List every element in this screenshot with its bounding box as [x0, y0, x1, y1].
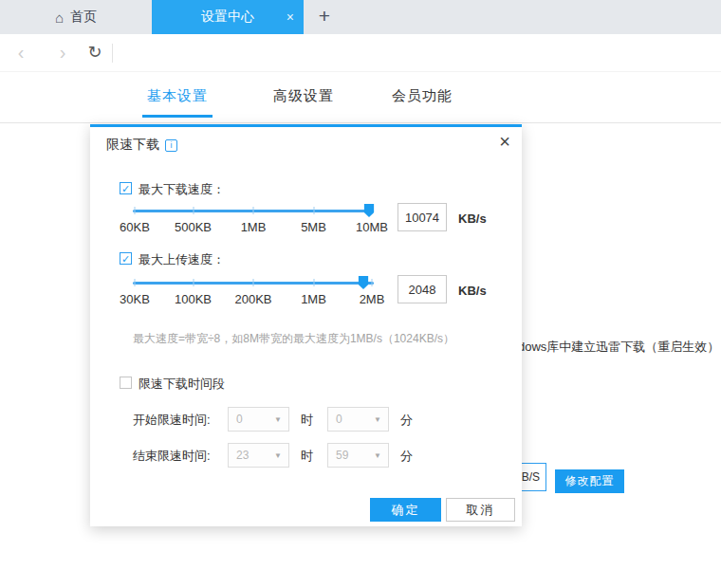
start-minute-dropdown[interactable]: 0 ▼ [327, 407, 389, 432]
tick-label: 5MB [301, 220, 326, 234]
new-tab-button[interactable]: + [309, 0, 340, 34]
start-hour-dropdown[interactable]: 0 ▼ [228, 407, 289, 432]
slider-tick [372, 279, 373, 286]
navbar-divider [112, 44, 113, 63]
speed-hint-text: 最大速度=带宽÷8，如8M带宽的最大速度为1MB/s（1024KB/s） [133, 331, 454, 347]
schedule-checkbox[interactable] [120, 377, 132, 389]
download-speed-input[interactable] [397, 203, 447, 231]
tab-settings-label: 设置中心 [201, 9, 254, 26]
dialog-title: 限速下载 [106, 137, 159, 154]
chevron-down-icon: ▼ [374, 451, 381, 460]
slider-tick [313, 279, 314, 286]
tick-label: 2MB [360, 292, 385, 306]
slider-tick [253, 207, 254, 214]
tick-label: 500KB [175, 220, 212, 234]
speed-limit-dialog: 限速下载 i × ✓ 最大下载速度： 60KB 500KB 1MB 5MB 10… [90, 124, 522, 526]
tick-label: 30KB [120, 292, 150, 306]
end-hour-value: 23 [236, 449, 249, 462]
hour-unit-label: 时 [301, 412, 313, 429]
background-library-text: dows库中建立迅雷下载（重启生效） [518, 339, 719, 356]
tab-basic-settings[interactable]: 基本设置 [139, 87, 215, 105]
chevron-down-icon: ▼ [374, 415, 381, 424]
info-icon[interactable]: i [165, 139, 177, 152]
tick-label: 100KB [175, 292, 212, 306]
ok-button[interactable]: 确定 [370, 498, 441, 522]
upload-speed-unit: KB/s [458, 284, 487, 298]
end-time-label: 结束限速时间: [133, 448, 211, 465]
home-icon: ⌂ [55, 10, 64, 25]
end-hour-dropdown[interactable]: 23 ▼ [228, 443, 289, 468]
refresh-icon[interactable]: ↻ [83, 34, 106, 72]
chevron-down-icon: ▼ [274, 415, 282, 424]
tick-label: 10MB [356, 220, 388, 234]
slider-tick [135, 207, 136, 214]
slider-tick [253, 279, 254, 286]
download-speed-unit: KB/s [458, 211, 487, 226]
navbar: ‹ › ↻ [0, 34, 721, 72]
start-time-label: 开始限速时间: [133, 412, 211, 429]
modify-config-button[interactable]: 修改配置 [555, 469, 624, 493]
cancel-button[interactable]: 取消 [446, 498, 515, 522]
active-tab-underline [142, 115, 213, 118]
chevron-down-icon: ▼ [274, 451, 282, 460]
start-minute-value: 0 [336, 413, 342, 426]
app-window: ⌂ 首页 设置中心 × + ‹ › ↻ 基本设置 高级设置 会员功能 dows库… [0, 0, 721, 588]
back-icon[interactable]: ‹ [9, 34, 32, 72]
end-minute-dropdown[interactable]: 59 ▼ [327, 443, 389, 468]
end-minute-value: 59 [336, 449, 348, 462]
tab-settings-center[interactable]: 设置中心 × [152, 0, 304, 34]
settings-tabbar: 基本设置 高级设置 会员功能 [0, 72, 721, 123]
start-hour-value: 0 [236, 413, 243, 426]
download-speed-slider[interactable]: 60KB 500KB 1MB 5MB 10MB [133, 203, 374, 231]
upload-speed-slider[interactable]: 30KB 100KB 200KB 1MB 2MB [133, 275, 374, 303]
tab-close-icon[interactable]: × [287, 0, 294, 34]
slider-thumb[interactable] [359, 276, 369, 289]
slider-thumb[interactable] [364, 204, 375, 217]
upload-limit-label: 最大上传速度： [139, 251, 225, 268]
slider-tick [193, 207, 194, 214]
tab-home-label: 首页 [70, 9, 97, 26]
dialog-close-icon[interactable]: × [499, 131, 510, 153]
slider-tick [135, 279, 136, 286]
tick-label: 200KB [234, 292, 271, 306]
slider-tick [313, 207, 314, 214]
tick-label: 1MB [301, 292, 326, 306]
tick-label: 60KB [120, 220, 150, 234]
hour-unit-label: 时 [301, 448, 313, 465]
slider-tick [193, 279, 194, 286]
titlebar: ⌂ 首页 设置中心 × + [0, 0, 721, 34]
download-limit-label: 最大下载速度： [139, 181, 225, 198]
dialog-title-row: 限速下载 i [106, 137, 177, 154]
tab-advanced-settings[interactable]: 高级设置 [266, 87, 342, 105]
upload-limit-checkbox[interactable]: ✓ [120, 252, 132, 265]
minute-unit-label: 分 [400, 448, 413, 465]
forward-icon[interactable]: › [51, 34, 74, 72]
download-limit-checkbox[interactable]: ✓ [120, 182, 132, 194]
upload-speed-input[interactable] [397, 275, 447, 303]
schedule-label: 限速下载时间段 [139, 376, 225, 393]
tab-member-features[interactable]: 会员功能 [384, 87, 460, 105]
minute-unit-label: 分 [400, 412, 413, 429]
tick-label: 1MB [241, 220, 267, 234]
tab-home[interactable]: ⌂ 首页 [0, 0, 152, 34]
